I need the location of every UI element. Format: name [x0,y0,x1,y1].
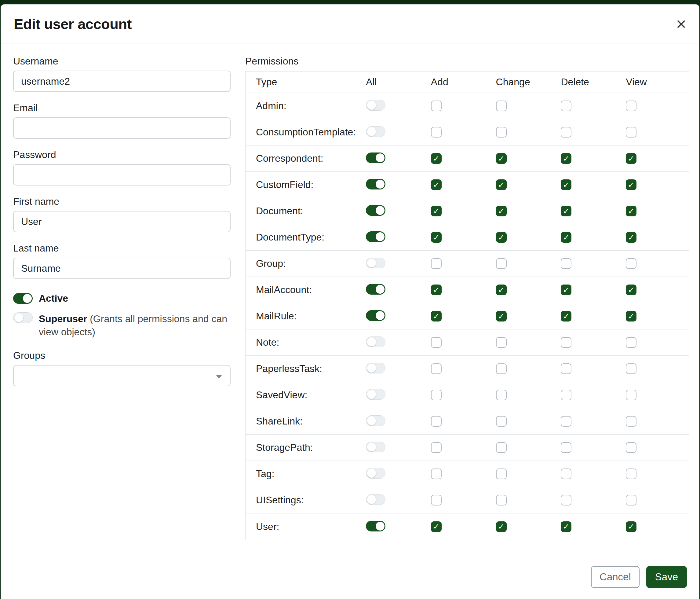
permission-add-checkbox[interactable]: ✓ [431,337,442,348]
permission-delete-checkbox[interactable]: ✓ [561,495,571,505]
groups-label: Groups [13,350,231,361]
permission-all-toggle[interactable] [366,284,385,295]
permission-add-checkbox[interactable]: ✓ [431,232,442,243]
permission-change-checkbox[interactable]: ✓ [496,285,507,295]
permission-all-toggle[interactable] [366,521,385,531]
permission-change-checkbox[interactable]: ✓ [496,311,507,321]
permission-delete-checkbox[interactable]: ✓ [561,416,571,427]
permission-view-checkbox[interactable]: ✓ [626,258,636,269]
permission-all-toggle[interactable] [366,363,385,374]
permission-view-checkbox[interactable]: ✓ [626,390,636,400]
permission-add-checkbox[interactable]: ✓ [431,179,442,190]
permission-all-toggle[interactable] [366,126,385,137]
permission-view-checkbox[interactable]: ✓ [626,521,636,532]
permission-all-toggle[interactable] [366,468,385,479]
permission-change-checkbox[interactable]: ✓ [496,442,507,453]
permission-add-checkbox[interactable]: ✓ [431,469,442,479]
permission-delete-checkbox[interactable]: ✓ [561,337,571,348]
permission-view-checkbox[interactable]: ✓ [626,442,636,453]
email-input[interactable] [13,117,231,139]
permission-all-toggle[interactable] [366,310,385,321]
permission-add-checkbox[interactable]: ✓ [431,311,442,321]
permission-all-toggle[interactable] [366,205,385,216]
permission-change-checkbox[interactable]: ✓ [496,258,507,269]
permission-delete-checkbox[interactable]: ✓ [561,206,571,216]
permission-view-checkbox[interactable]: ✓ [626,206,636,216]
save-button[interactable]: Save [646,566,687,588]
permission-view-checkbox[interactable]: ✓ [626,416,636,427]
permission-change-checkbox[interactable]: ✓ [496,469,507,479]
permission-all-toggle[interactable] [366,336,385,347]
permission-change-checkbox[interactable]: ✓ [496,521,507,532]
password-input[interactable] [13,164,231,186]
permission-change-checkbox[interactable]: ✓ [496,179,507,190]
permission-add-checkbox[interactable]: ✓ [431,363,442,374]
permission-all-toggle[interactable] [366,100,385,111]
permission-view-checkbox[interactable]: ✓ [626,495,636,505]
permission-change-checkbox[interactable]: ✓ [496,495,507,505]
permission-delete-checkbox[interactable]: ✓ [561,469,571,479]
permission-change-checkbox[interactable]: ✓ [496,100,507,111]
permission-type-label: SavedView: [246,389,364,401]
permission-change-checkbox[interactable]: ✓ [496,153,507,164]
first-name-input[interactable] [13,211,231,232]
permission-add-checkbox[interactable]: ✓ [431,127,442,138]
permission-change-checkbox[interactable]: ✓ [496,232,507,243]
permission-add-checkbox[interactable]: ✓ [431,442,442,453]
permission-view-checkbox[interactable]: ✓ [626,127,636,138]
permission-change-checkbox[interactable]: ✓ [496,390,507,400]
permission-add-checkbox[interactable]: ✓ [431,416,442,427]
permission-add-checkbox[interactable]: ✓ [431,153,442,164]
permission-view-checkbox[interactable]: ✓ [626,100,636,111]
permission-change-checkbox[interactable]: ✓ [496,337,507,348]
permission-all-toggle[interactable] [366,389,385,400]
permission-delete-checkbox[interactable]: ✓ [561,521,571,532]
permission-delete-checkbox[interactable]: ✓ [561,232,571,243]
permission-delete-checkbox[interactable]: ✓ [561,311,571,321]
permission-change-checkbox[interactable]: ✓ [496,206,507,216]
permission-delete-checkbox[interactable]: ✓ [561,442,571,453]
permission-delete-checkbox[interactable]: ✓ [561,285,571,295]
last-name-input[interactable] [13,258,231,279]
permission-all-toggle[interactable] [366,494,385,505]
permission-all-toggle[interactable] [366,258,385,268]
permission-change-checkbox[interactable]: ✓ [496,416,507,427]
permission-view-checkbox[interactable]: ✓ [626,469,636,479]
permission-change-checkbox[interactable]: ✓ [496,363,507,374]
permission-all-toggle[interactable] [366,231,385,242]
permission-add-checkbox[interactable]: ✓ [431,285,442,295]
permission-view-checkbox[interactable]: ✓ [626,232,636,243]
permission-add-checkbox[interactable]: ✓ [431,495,442,505]
permission-delete-checkbox[interactable]: ✓ [561,153,571,164]
first-name-group: First name [13,196,231,232]
permission-delete-checkbox[interactable]: ✓ [561,179,571,190]
permission-add-checkbox[interactable]: ✓ [431,258,442,269]
permission-view-checkbox[interactable]: ✓ [626,179,636,190]
permission-view-checkbox[interactable]: ✓ [626,337,636,348]
permission-all-toggle[interactable] [366,179,385,190]
permission-change-checkbox[interactable]: ✓ [496,127,507,138]
permission-delete-checkbox[interactable]: ✓ [561,258,571,269]
permission-all-toggle[interactable] [366,152,385,163]
permission-view-checkbox[interactable]: ✓ [626,153,636,164]
cancel-button[interactable]: Cancel [591,566,640,588]
permission-delete-checkbox[interactable]: ✓ [561,363,571,374]
close-button[interactable]: × [676,15,686,33]
permission-add-checkbox[interactable]: ✓ [431,100,442,111]
permission-delete-checkbox[interactable]: ✓ [561,390,571,400]
permission-all-toggle[interactable] [366,441,385,452]
permission-delete-checkbox[interactable]: ✓ [561,127,571,138]
permission-all-toggle[interactable] [366,415,385,426]
permission-type-label: Note: [246,337,364,348]
username-input[interactable] [13,71,231,92]
active-toggle[interactable] [13,293,33,304]
permission-add-checkbox[interactable]: ✓ [431,390,442,400]
superuser-toggle[interactable] [13,312,33,323]
permission-view-checkbox[interactable]: ✓ [626,311,636,321]
permission-view-checkbox[interactable]: ✓ [626,285,636,295]
permission-add-checkbox[interactable]: ✓ [431,206,442,216]
permission-add-checkbox[interactable]: ✓ [431,521,442,532]
permission-view-checkbox[interactable]: ✓ [626,363,636,374]
permission-delete-checkbox[interactable]: ✓ [561,100,571,111]
groups-select[interactable] [13,365,231,386]
